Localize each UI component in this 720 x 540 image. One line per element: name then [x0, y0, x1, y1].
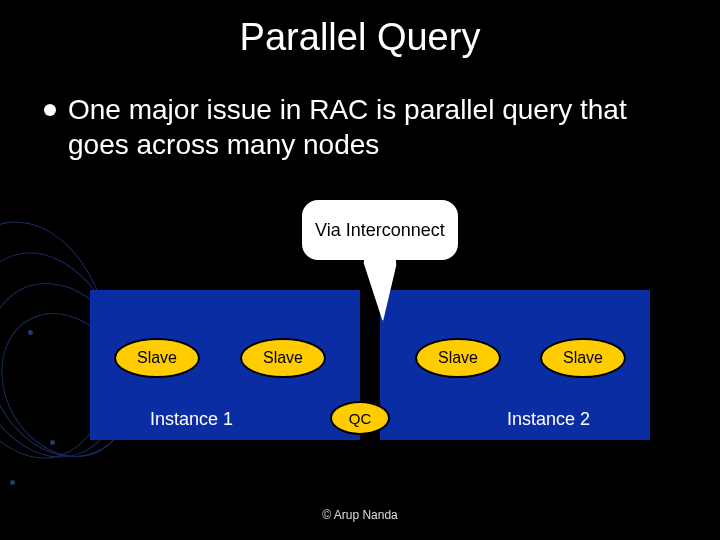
instance-box-1: Slave Slave Instance 1: [90, 290, 360, 440]
slave-node: Slave: [240, 338, 326, 378]
callout-tail-cover: [364, 250, 396, 262]
slave-node: Slave: [540, 338, 626, 378]
footer-copyright: © Arup Nanda: [0, 508, 720, 522]
slave-label: Slave: [137, 349, 177, 367]
qc-label: QC: [349, 410, 372, 427]
bullet-text: One major issue in RAC is parallel query…: [68, 92, 690, 162]
callout-text: Via Interconnect: [315, 220, 445, 241]
diagram: Via Interconnect Slave Slave Instance 1 …: [0, 190, 720, 490]
slave-label: Slave: [438, 349, 478, 367]
slave-label: Slave: [563, 349, 603, 367]
instance-label: Instance 1: [90, 409, 360, 430]
qc-node: QC: [330, 401, 390, 435]
instance-box-2: Slave Slave Instance 2: [380, 290, 650, 440]
bullet-item: One major issue in RAC is parallel query…: [44, 92, 690, 162]
bullet-marker: [44, 104, 56, 116]
slave-label: Slave: [263, 349, 303, 367]
slave-node: Slave: [415, 338, 501, 378]
slide-title: Parallel Query: [0, 0, 720, 59]
slave-node: Slave: [114, 338, 200, 378]
instance-label: Instance 2: [380, 409, 650, 430]
